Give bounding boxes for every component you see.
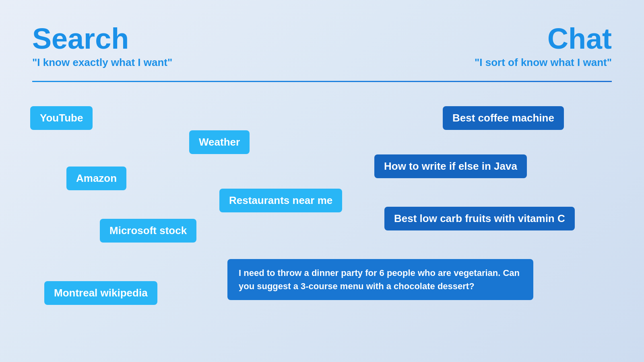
tag-best-coffee[interactable]: Best coffee machine bbox=[443, 106, 564, 130]
tag-microsoft-stock[interactable]: Microsoft stock bbox=[100, 219, 196, 243]
chat-subtitle: "I sort of know what I want" bbox=[475, 56, 612, 69]
tag-if-else-java[interactable]: How to write if else in Java bbox=[374, 154, 527, 178]
tag-montreal[interactable]: Montreal wikipedia bbox=[44, 281, 157, 305]
search-title: Search bbox=[32, 24, 172, 53]
header: Search "I know exactly what I want" Chat… bbox=[0, 0, 644, 81]
tag-restaurants[interactable]: Restaurants near me bbox=[219, 189, 342, 212]
tag-youtube[interactable]: YouTube bbox=[30, 106, 93, 130]
tag-weather[interactable]: Weather bbox=[189, 130, 250, 154]
search-subtitle: "I know exactly what I want" bbox=[32, 56, 172, 69]
tag-dinner-party[interactable]: I need to throw a dinner party for 6 peo… bbox=[227, 259, 533, 300]
header-right: Chat "I sort of know what I want" bbox=[475, 24, 612, 69]
chat-title: Chat bbox=[475, 24, 612, 53]
content-area: YouTubeWeatherAmazonRestaurants near meM… bbox=[0, 82, 644, 356]
tag-low-carb[interactable]: Best low carb fruits with vitamin C bbox=[384, 207, 575, 230]
tag-amazon[interactable]: Amazon bbox=[66, 167, 126, 190]
header-left: Search "I know exactly what I want" bbox=[32, 24, 172, 69]
